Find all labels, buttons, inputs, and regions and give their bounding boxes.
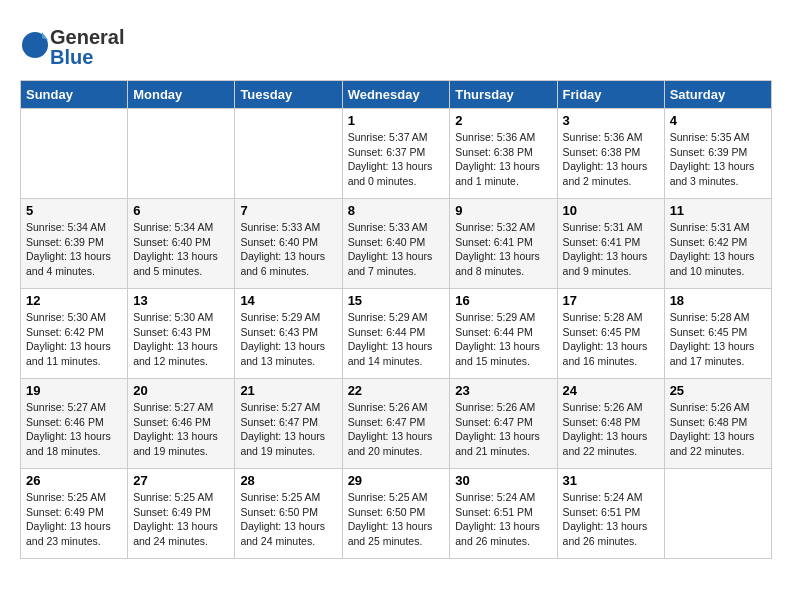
page-header: GeneralBlue: [20, 20, 772, 70]
day-number: 30: [455, 473, 551, 488]
calendar-cell: 6Sunrise: 5:34 AM Sunset: 6:40 PM Daylig…: [128, 199, 235, 289]
day-number: 2: [455, 113, 551, 128]
calendar-cell: 18Sunrise: 5:28 AM Sunset: 6:45 PM Dayli…: [664, 289, 771, 379]
calendar-cell: 12Sunrise: 5:30 AM Sunset: 6:42 PM Dayli…: [21, 289, 128, 379]
day-info: Sunrise: 5:36 AM Sunset: 6:38 PM Dayligh…: [563, 130, 659, 189]
day-number: 11: [670, 203, 766, 218]
calendar-cell: 11Sunrise: 5:31 AM Sunset: 6:42 PM Dayli…: [664, 199, 771, 289]
day-number: 25: [670, 383, 766, 398]
day-info: Sunrise: 5:33 AM Sunset: 6:40 PM Dayligh…: [240, 220, 336, 279]
calendar-cell: [21, 109, 128, 199]
calendar-cell: 27Sunrise: 5:25 AM Sunset: 6:49 PM Dayli…: [128, 469, 235, 559]
day-number: 29: [348, 473, 445, 488]
day-number: 24: [563, 383, 659, 398]
day-number: 23: [455, 383, 551, 398]
day-number: 26: [26, 473, 122, 488]
calendar-cell: 22Sunrise: 5:26 AM Sunset: 6:47 PM Dayli…: [342, 379, 450, 469]
calendar-cell: [235, 109, 342, 199]
day-info: Sunrise: 5:25 AM Sunset: 6:49 PM Dayligh…: [133, 490, 229, 549]
day-number: 14: [240, 293, 336, 308]
calendar-cell: 17Sunrise: 5:28 AM Sunset: 6:45 PM Dayli…: [557, 289, 664, 379]
calendar-week-row: 1Sunrise: 5:37 AM Sunset: 6:37 PM Daylig…: [21, 109, 772, 199]
day-of-week-header: Tuesday: [235, 81, 342, 109]
calendar-week-row: 26Sunrise: 5:25 AM Sunset: 6:49 PM Dayli…: [21, 469, 772, 559]
calendar-cell: 4Sunrise: 5:35 AM Sunset: 6:39 PM Daylig…: [664, 109, 771, 199]
day-info: Sunrise: 5:24 AM Sunset: 6:51 PM Dayligh…: [563, 490, 659, 549]
day-number: 5: [26, 203, 122, 218]
day-info: Sunrise: 5:24 AM Sunset: 6:51 PM Dayligh…: [455, 490, 551, 549]
day-info: Sunrise: 5:31 AM Sunset: 6:42 PM Dayligh…: [670, 220, 766, 279]
day-info: Sunrise: 5:26 AM Sunset: 6:47 PM Dayligh…: [348, 400, 445, 459]
calendar-header-row: SundayMondayTuesdayWednesdayThursdayFrid…: [21, 81, 772, 109]
day-number: 13: [133, 293, 229, 308]
day-number: 20: [133, 383, 229, 398]
day-info: Sunrise: 5:35 AM Sunset: 6:39 PM Dayligh…: [670, 130, 766, 189]
day-info: Sunrise: 5:29 AM Sunset: 6:44 PM Dayligh…: [348, 310, 445, 369]
day-number: 1: [348, 113, 445, 128]
day-number: 10: [563, 203, 659, 218]
day-info: Sunrise: 5:36 AM Sunset: 6:38 PM Dayligh…: [455, 130, 551, 189]
day-info: Sunrise: 5:33 AM Sunset: 6:40 PM Dayligh…: [348, 220, 445, 279]
day-number: 17: [563, 293, 659, 308]
calendar-cell: 31Sunrise: 5:24 AM Sunset: 6:51 PM Dayli…: [557, 469, 664, 559]
calendar-cell: 13Sunrise: 5:30 AM Sunset: 6:43 PM Dayli…: [128, 289, 235, 379]
calendar-cell: 29Sunrise: 5:25 AM Sunset: 6:50 PM Dayli…: [342, 469, 450, 559]
calendar-cell: 1Sunrise: 5:37 AM Sunset: 6:37 PM Daylig…: [342, 109, 450, 199]
day-number: 12: [26, 293, 122, 308]
calendar-cell: 5Sunrise: 5:34 AM Sunset: 6:39 PM Daylig…: [21, 199, 128, 289]
logo: GeneralBlue: [20, 20, 150, 70]
day-info: Sunrise: 5:26 AM Sunset: 6:48 PM Dayligh…: [563, 400, 659, 459]
calendar-cell: 10Sunrise: 5:31 AM Sunset: 6:41 PM Dayli…: [557, 199, 664, 289]
calendar-cell: 20Sunrise: 5:27 AM Sunset: 6:46 PM Dayli…: [128, 379, 235, 469]
day-info: Sunrise: 5:30 AM Sunset: 6:42 PM Dayligh…: [26, 310, 122, 369]
day-info: Sunrise: 5:30 AM Sunset: 6:43 PM Dayligh…: [133, 310, 229, 369]
day-number: 27: [133, 473, 229, 488]
day-info: Sunrise: 5:27 AM Sunset: 6:47 PM Dayligh…: [240, 400, 336, 459]
day-info: Sunrise: 5:26 AM Sunset: 6:48 PM Dayligh…: [670, 400, 766, 459]
calendar-cell: 2Sunrise: 5:36 AM Sunset: 6:38 PM Daylig…: [450, 109, 557, 199]
day-info: Sunrise: 5:32 AM Sunset: 6:41 PM Dayligh…: [455, 220, 551, 279]
day-info: Sunrise: 5:27 AM Sunset: 6:46 PM Dayligh…: [26, 400, 122, 459]
day-number: 21: [240, 383, 336, 398]
calendar-cell: 28Sunrise: 5:25 AM Sunset: 6:50 PM Dayli…: [235, 469, 342, 559]
day-info: Sunrise: 5:27 AM Sunset: 6:46 PM Dayligh…: [133, 400, 229, 459]
calendar-cell: 7Sunrise: 5:33 AM Sunset: 6:40 PM Daylig…: [235, 199, 342, 289]
day-of-week-header: Saturday: [664, 81, 771, 109]
day-info: Sunrise: 5:28 AM Sunset: 6:45 PM Dayligh…: [563, 310, 659, 369]
svg-text:Blue: Blue: [50, 46, 93, 68]
day-number: 6: [133, 203, 229, 218]
calendar-cell: [128, 109, 235, 199]
day-number: 28: [240, 473, 336, 488]
day-info: Sunrise: 5:25 AM Sunset: 6:50 PM Dayligh…: [348, 490, 445, 549]
calendar-cell: 8Sunrise: 5:33 AM Sunset: 6:40 PM Daylig…: [342, 199, 450, 289]
day-number: 9: [455, 203, 551, 218]
calendar-cell: 21Sunrise: 5:27 AM Sunset: 6:47 PM Dayli…: [235, 379, 342, 469]
day-number: 16: [455, 293, 551, 308]
calendar-cell: 3Sunrise: 5:36 AM Sunset: 6:38 PM Daylig…: [557, 109, 664, 199]
day-of-week-header: Friday: [557, 81, 664, 109]
day-number: 4: [670, 113, 766, 128]
day-number: 22: [348, 383, 445, 398]
calendar-cell: 16Sunrise: 5:29 AM Sunset: 6:44 PM Dayli…: [450, 289, 557, 379]
day-number: 31: [563, 473, 659, 488]
calendar-table: SundayMondayTuesdayWednesdayThursdayFrid…: [20, 80, 772, 559]
day-info: Sunrise: 5:29 AM Sunset: 6:43 PM Dayligh…: [240, 310, 336, 369]
day-number: 15: [348, 293, 445, 308]
day-of-week-header: Monday: [128, 81, 235, 109]
day-number: 19: [26, 383, 122, 398]
day-number: 7: [240, 203, 336, 218]
day-info: Sunrise: 5:34 AM Sunset: 6:40 PM Dayligh…: [133, 220, 229, 279]
calendar-cell: 24Sunrise: 5:26 AM Sunset: 6:48 PM Dayli…: [557, 379, 664, 469]
day-of-week-header: Sunday: [21, 81, 128, 109]
day-of-week-header: Wednesday: [342, 81, 450, 109]
calendar-cell: 30Sunrise: 5:24 AM Sunset: 6:51 PM Dayli…: [450, 469, 557, 559]
calendar-cell: 15Sunrise: 5:29 AM Sunset: 6:44 PM Dayli…: [342, 289, 450, 379]
day-info: Sunrise: 5:25 AM Sunset: 6:50 PM Dayligh…: [240, 490, 336, 549]
day-of-week-header: Thursday: [450, 81, 557, 109]
calendar-cell: 19Sunrise: 5:27 AM Sunset: 6:46 PM Dayli…: [21, 379, 128, 469]
calendar-cell: 26Sunrise: 5:25 AM Sunset: 6:49 PM Dayli…: [21, 469, 128, 559]
day-info: Sunrise: 5:34 AM Sunset: 6:39 PM Dayligh…: [26, 220, 122, 279]
day-info: Sunrise: 5:37 AM Sunset: 6:37 PM Dayligh…: [348, 130, 445, 189]
day-number: 8: [348, 203, 445, 218]
calendar-cell: 9Sunrise: 5:32 AM Sunset: 6:41 PM Daylig…: [450, 199, 557, 289]
